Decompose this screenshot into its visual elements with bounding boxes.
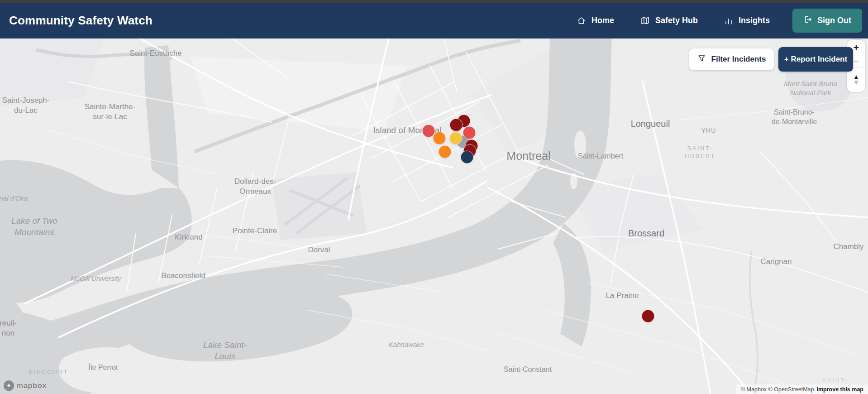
incident-marker[interactable] bbox=[642, 310, 654, 322]
nav-item-label: Insights bbox=[739, 16, 770, 25]
incident-marker[interactable] bbox=[450, 119, 463, 131]
home-icon bbox=[577, 16, 586, 25]
filter-incidents-button[interactable]: Filter Incidents bbox=[689, 48, 774, 70]
funnel-icon bbox=[697, 54, 706, 65]
mapbox-wordmark: mapbox bbox=[16, 381, 47, 390]
attribution-text: © Mapbox © OpenStreetMap bbox=[741, 386, 814, 393]
nav-item-insights[interactable]: Insights bbox=[724, 16, 770, 25]
incident-marker[interactable] bbox=[463, 127, 476, 139]
incident-marker[interactable] bbox=[434, 132, 446, 144]
report-incident-button[interactable]: + Report Incident bbox=[778, 47, 853, 72]
sign-out-button[interactable]: Sign Out bbox=[792, 9, 862, 33]
logout-icon bbox=[803, 15, 812, 26]
mapbox-compass-icon: ✦ bbox=[4, 380, 14, 391]
map-basemap-art bbox=[0, 38, 868, 394]
map-canvas[interactable]: Saint-EustacheSaint-Joseph- du-LacSainte… bbox=[0, 38, 868, 394]
sign-out-label: Sign Out bbox=[817, 16, 851, 25]
main-nav: Home Safety Hub Insights bbox=[577, 16, 770, 25]
map-attribution: © Mapbox © OpenStreetMap Improve this ma… bbox=[736, 384, 868, 394]
compass-down-icon: ▼ bbox=[853, 80, 860, 85]
mapbox-logo[interactable]: ✦ mapbox bbox=[4, 380, 47, 391]
improve-this-map-link[interactable]: Improve this map bbox=[817, 386, 864, 393]
incident-marker[interactable] bbox=[423, 125, 435, 137]
filter-incidents-label: Filter Incidents bbox=[711, 55, 766, 64]
incident-marker[interactable] bbox=[439, 146, 451, 158]
app-title: Community Safety Watch bbox=[9, 14, 153, 28]
map-icon bbox=[640, 16, 650, 25]
nav-item-home[interactable]: Home bbox=[577, 16, 614, 25]
app-header: Community Safety Watch Home Safety Hub I… bbox=[0, 3, 868, 38]
nav-item-label: Safety Hub bbox=[655, 16, 698, 25]
incident-marker[interactable] bbox=[450, 132, 462, 144]
bar-chart-icon bbox=[724, 16, 733, 25]
nav-item-label: Home bbox=[591, 16, 614, 25]
incident-marker[interactable] bbox=[461, 151, 473, 163]
nav-item-safety-hub[interactable]: Safety Hub bbox=[640, 16, 698, 25]
